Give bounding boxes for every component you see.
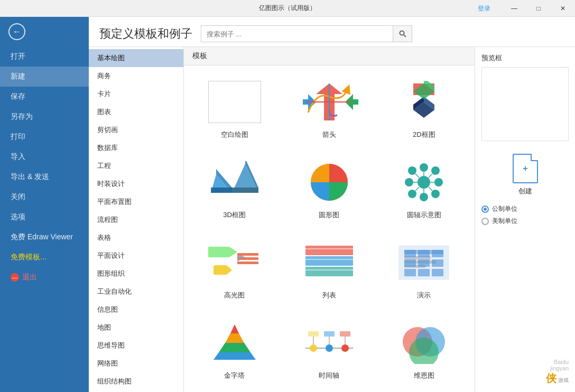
page-title: 预定义模板和例子 (99, 26, 192, 42)
close-button[interactable]: ✕ (551, 0, 575, 17)
template-radial[interactable]: 圆辐示意图 (382, 154, 466, 224)
svg-marker-16 (211, 188, 232, 193)
template-pie[interactable]: 圆形图 (287, 154, 371, 224)
template-label-highlight: 高光图 (224, 291, 245, 300)
category-item-infographic[interactable]: 信息图 (89, 301, 183, 319)
category-item-card[interactable]: 卡片 (89, 85, 183, 103)
category-item-basic[interactable]: 基本绘图 (89, 49, 183, 67)
login-link[interactable]: 登录 (478, 4, 490, 13)
svg-rect-57 (404, 250, 416, 257)
svg-point-29 (431, 190, 440, 198)
svg-point-22 (420, 163, 428, 172)
maximize-button[interactable]: □ (526, 0, 551, 17)
category-item-fashion[interactable]: 时装设计 (89, 175, 183, 193)
category-item-engineering[interactable]: 工程 (89, 157, 183, 175)
template-blank[interactable]: 空白绘图 (192, 74, 276, 144)
sidebar-item-options[interactable]: 选项 (0, 207, 89, 227)
svg-rect-80 (324, 331, 335, 337)
svg-rect-47 (305, 256, 353, 266)
sidebar-item-close[interactable]: 关闭 (0, 187, 89, 207)
sidebar-item-free-templates[interactable]: 免费模板... (0, 247, 89, 267)
category-item-map[interactable]: 地图 (89, 319, 183, 337)
search-bar (201, 25, 412, 42)
sidebar-item-open[interactable]: 打开 (0, 46, 89, 67)
sidebar-item-saveas[interactable]: 另存为 (0, 107, 89, 127)
template-highlight[interactable]: 高光图 (192, 235, 276, 304)
svg-point-74 (326, 344, 333, 352)
back-button[interactable]: ← (0, 17, 89, 46)
radio-metric[interactable]: 公制单位 (481, 204, 569, 213)
sidebar-item-import[interactable]: 导入 (0, 147, 89, 167)
radio-imperial[interactable]: 美制单位 (481, 217, 569, 226)
category-item-floorplan[interactable]: 平面布置图 (89, 193, 183, 211)
sidebar-item-print[interactable]: 打印 (0, 127, 89, 147)
search-input[interactable] (201, 26, 393, 42)
category-item-clipart[interactable]: 剪切画 (89, 121, 183, 139)
template-label-2dblock: 2D框图 (413, 130, 435, 139)
create-icon (513, 154, 538, 183)
category-item-industrial[interactable]: 工业自动化 (89, 283, 183, 301)
template-pyramid[interactable]: 金字塔 (192, 315, 276, 385)
svg-marker-71 (214, 352, 256, 360)
category-item-table[interactable]: 表格 (89, 229, 183, 247)
sidebar-item-export[interactable]: 导出 & 发送 (0, 167, 89, 187)
category-item-flatdesign[interactable]: 平面设计 (89, 247, 183, 265)
template-list[interactable]: 列表 (287, 235, 371, 304)
svg-rect-48 (305, 267, 353, 276)
template-label-radial: 圆辐示意图 (407, 210, 441, 220)
title-bar: 亿图图示（试用版） 登录 — □ ✕ (0, 0, 575, 17)
template-thumb-blank (203, 78, 266, 126)
template-presentation[interactable]: 演示 (382, 235, 466, 304)
svg-rect-62 (432, 259, 443, 267)
category-item-network[interactable]: 网络图 (89, 354, 183, 372)
category-item-graphicorg[interactable]: 图形组织 (89, 265, 183, 283)
unit-radio-group: 公制单位 美制单位 (481, 204, 569, 229)
templates-area: 模板 空白绘图 (184, 47, 475, 392)
template-label-blank: 空白绘图 (221, 130, 248, 139)
category-list: 基本绘图 商务 卡片 图表 剪切画 数据库 工程 时装设计 平面布置图 流程图 … (89, 47, 184, 392)
svg-rect-63 (404, 269, 416, 276)
preview-box (481, 67, 569, 141)
template-thumb-2dblock (392, 78, 456, 126)
category-item-database[interactable]: 数据库 (89, 139, 183, 157)
svg-point-25 (434, 178, 443, 186)
category-item-orgchart[interactable]: 组织结构图 (89, 372, 183, 390)
watermark-area: Baidujingyan 侠 游戏 (481, 343, 569, 386)
template-thumb-presentation (392, 239, 456, 286)
main-layout: ← 打开 新建 保存 另存为 打印 导入 导出 & 发送 关闭 选项 免费 Ed… (0, 17, 575, 392)
svg-rect-58 (418, 250, 430, 257)
template-arrow[interactable]: 箭头 (287, 74, 371, 144)
search-button[interactable] (393, 26, 412, 42)
svg-point-75 (341, 344, 349, 352)
exit-icon: — (11, 273, 19, 282)
template-3dblock[interactable]: 3D框图 (192, 154, 276, 224)
create-button[interactable]: 创建 (513, 154, 538, 196)
sidebar-item-save[interactable]: 保存 (0, 87, 89, 107)
preview-title: 预览框 (481, 53, 569, 63)
template-venn[interactable]: 维恩图 (382, 315, 466, 385)
svg-point-28 (408, 190, 416, 198)
template-2dblock[interactable]: 2D框图 (382, 74, 466, 144)
category-item-flowchart[interactable]: 流程图 (89, 211, 183, 229)
minimize-button[interactable]: — (502, 0, 526, 17)
template-thumb-pyramid (203, 319, 266, 367)
category-item-chart[interactable]: 图表 (89, 103, 183, 121)
svg-marker-45 (227, 265, 232, 275)
svg-rect-38 (208, 247, 229, 257)
template-thumb-arrow (298, 78, 361, 126)
templates-header: 模板 (184, 47, 475, 66)
svg-rect-42 (237, 257, 258, 260)
category-item-business[interactable]: 商务 (89, 67, 183, 85)
svg-line-34 (415, 174, 419, 178)
template-label-arrow: 箭头 (322, 130, 336, 139)
template-thumb-list (298, 239, 361, 286)
radio-imperial-dot (481, 218, 489, 225)
template-thumb-timeline (298, 319, 361, 367)
template-label-timeline: 时间轴 (319, 371, 339, 380)
template-timeline[interactable]: 时间轴 (287, 315, 371, 385)
sidebar-item-exit[interactable]: — 退出 (0, 267, 89, 287)
category-item-mindmap[interactable]: 思维导图 (89, 337, 183, 354)
sidebar-item-new[interactable]: 新建 (0, 67, 89, 87)
content-area: 预定义模板和例子 基本绘图 商务 卡片 图表 (89, 17, 575, 392)
sidebar-item-edraw[interactable]: 免费 Edraw Viewer (0, 227, 89, 247)
